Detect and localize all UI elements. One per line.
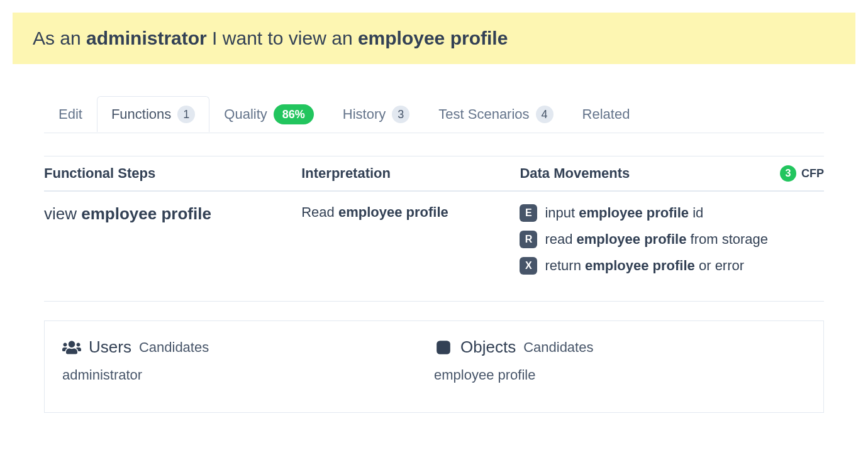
hero-middle: I want to view an	[207, 28, 358, 48]
movement-text: return employee profile or error	[545, 258, 744, 274]
cfp-indicator: 3 CFP	[780, 165, 824, 182]
users-candidates: Users Candidates administrator	[62, 337, 434, 383]
header-interpretation: Interpretation	[301, 165, 391, 181]
interp-prefix: Read	[301, 204, 338, 220]
user-story-banner: As an administrator I want to view an em…	[13, 13, 855, 64]
users-candidate-value: administrator	[62, 367, 434, 383]
hero-object: employee profile	[358, 28, 508, 48]
tabs-bar: Edit Functions 1 Quality 86% History 3 T…	[44, 94, 824, 133]
objects-candidate-value: employee profile	[434, 367, 806, 383]
header-functional-steps: Functional Steps	[44, 165, 155, 181]
objects-subtitle: Candidates	[523, 339, 593, 356]
tab-edit[interactable]: Edit	[44, 97, 97, 131]
tab-related-label: Related	[582, 106, 630, 123]
scenarios-count-badge: 4	[536, 106, 554, 123]
svg-rect-0	[437, 341, 450, 354]
tab-test-scenarios-label: Test Scenarios	[438, 106, 529, 123]
functions-count-badge: 1	[177, 106, 195, 123]
users-icon	[62, 339, 81, 356]
columns-header: Functional Steps Interpretation Data Mov…	[44, 156, 824, 192]
objects-icon	[434, 339, 453, 356]
hero-prefix: As an	[33, 28, 86, 48]
movement-code-x: X	[520, 257, 537, 275]
users-subtitle: Candidates	[139, 339, 209, 356]
objects-candidates: Objects Candidates employee profile	[434, 337, 806, 383]
interpretation: Read employee profile	[301, 204, 448, 220]
quality-percent-badge: 86%	[274, 104, 314, 124]
movement-read: R read employee profile from storage	[520, 231, 768, 248]
movement-code-r: R	[520, 231, 537, 248]
interp-object: employee profile	[338, 204, 448, 220]
movement-text: read employee profile from storage	[545, 231, 768, 248]
movement-code-e: E	[520, 204, 537, 222]
header-data-movements: Data Movements	[520, 165, 630, 182]
tab-functions-label: Functions	[111, 106, 171, 123]
data-movements-list: E input employee profile id R read emplo…	[520, 204, 768, 275]
users-title: Users	[89, 337, 131, 357]
movement-entry: E input employee profile id	[520, 204, 768, 222]
cfp-count-badge: 3	[780, 165, 796, 182]
step-prefix: view	[44, 204, 81, 223]
objects-title: Objects	[460, 337, 516, 357]
function-row: view employee profile Read employee prof…	[44, 192, 824, 302]
step-object: employee profile	[81, 204, 211, 223]
movement-text: input employee profile id	[545, 205, 703, 221]
tab-test-scenarios[interactable]: Test Scenarios 4	[424, 96, 567, 132]
candidates-panel: Users Candidates administrator Objects C…	[44, 320, 824, 413]
tab-functions[interactable]: Functions 1	[97, 96, 209, 132]
movement-exit: X return employee profile or error	[520, 257, 768, 275]
tab-history[interactable]: History 3	[328, 96, 424, 132]
tab-quality-label: Quality	[224, 106, 267, 123]
tab-history-label: History	[343, 106, 386, 123]
hero-role: administrator	[86, 28, 207, 48]
cfp-label: CFP	[801, 167, 824, 180]
functional-step: view employee profile	[44, 204, 211, 223]
tab-related[interactable]: Related	[568, 97, 645, 131]
tab-edit-label: Edit	[58, 106, 82, 123]
history-count-badge: 3	[392, 106, 409, 123]
tab-quality[interactable]: Quality 86%	[209, 95, 328, 133]
